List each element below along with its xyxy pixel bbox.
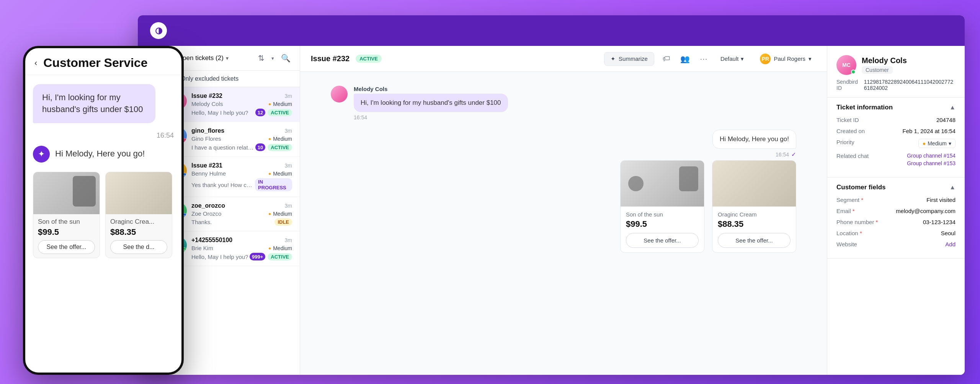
status-badge: IDLE <box>274 218 292 226</box>
message-time: 16:54 <box>33 132 174 140</box>
sort-button[interactable]: ⇅ <box>256 52 266 64</box>
chat-header-actions: ✦ Summarize 🏷 👥 ⋯ Default ▾ PR Paul <box>604 51 816 67</box>
assignment-dropdown[interactable]: Default ▾ <box>716 53 749 65</box>
related-chat-links: Group channel #154 Group channel #153 <box>907 153 956 166</box>
offer-button-1[interactable]: See the offer... <box>38 240 95 254</box>
customer-fields-title: Customer fields <box>836 184 885 191</box>
ticket-issue-id: +14255550100 <box>191 237 232 244</box>
ticket-preview: Hello, May I help you? <box>191 254 248 260</box>
product-price-2: $88.35 <box>110 227 167 237</box>
required-star: * <box>853 208 855 214</box>
email-label: Email * <box>836 208 882 214</box>
chat-product-name-1: Son of the sun <box>626 211 699 218</box>
filter-chevron-icon: ▾ <box>226 55 229 61</box>
sendbird-id-label: Sendbird ID <box>836 79 859 91</box>
message-sender: Melody Cols <box>354 86 796 92</box>
ticket-content: zoe_orozco 3m Zoe Orozco ● Medium Thanks… <box>191 202 292 226</box>
ticket-time: 3m <box>285 93 292 99</box>
ticket-info-title: Ticket information <box>836 104 893 111</box>
section-chevron-icon: ▲ <box>949 104 956 111</box>
customer-header: MC Melody Cols Customer Sendbird ID 1129… <box>827 46 965 98</box>
chat-product-cards: Son of the sun $99.5 See the offer... <box>620 160 796 253</box>
tag-button[interactable]: 🏷 <box>661 53 672 65</box>
chat-offer-button-1[interactable]: See the offer... <box>626 233 699 248</box>
user-name: Paul Rogers <box>774 55 805 62</box>
phone-header: ‹ Customer Service <box>25 48 181 75</box>
segment-label: Segment * <box>836 197 882 203</box>
ticket-issue-id: zoe_orozco <box>191 202 225 209</box>
priority-dropdown[interactable]: ● Medium ▾ <box>918 139 956 148</box>
ticket-id-value: 204748 <box>882 117 956 123</box>
customer-avatar: MC <box>836 55 856 75</box>
product-card-1: Son of the sun $99.5 See the offer... <box>33 172 100 258</box>
ticket-time: 3m <box>285 128 292 134</box>
ticket-customer-name: Benny Hulme <box>191 170 226 177</box>
related-chat-link-1[interactable]: Group channel #154 <box>907 153 956 159</box>
chat-product-info-1: Son of the sun $99.5 See the offer... <box>621 207 704 252</box>
priority-dot: ● <box>268 136 271 142</box>
product-name-1: Son of the sun <box>38 218 95 226</box>
back-arrow-icon[interactable]: ‹ <box>34 58 37 68</box>
phone-label: Phone number * <box>836 219 882 225</box>
more-options-button[interactable]: ⋯ <box>698 53 709 65</box>
app-window: ◑ ⊞ All open tickets (2) ▾ ⇅ ▾ 🔍 <box>138 15 965 375</box>
created-on-row: Created on Feb 1, 2024 at 16:54 <box>836 128 956 134</box>
priority-dot: ● <box>268 211 271 216</box>
only-excluded-label: Only excluded tickets <box>181 75 238 82</box>
message-avatar <box>331 86 348 103</box>
bot-message-time: 16:54 ✓ <box>776 151 796 158</box>
customer-fields-header[interactable]: Customer fields ▲ <box>836 184 956 191</box>
message-count-badge: 10 <box>255 143 265 151</box>
ticket-priority: ● Medium <box>268 101 292 107</box>
chat-product-price-1: $99.5 <box>626 219 699 229</box>
chat-issue-id: Issue #232 <box>311 54 350 63</box>
offer-button-2[interactable]: See the d... <box>110 240 167 254</box>
website-label: Website <box>836 241 882 247</box>
app-logo: ◑ <box>150 22 167 39</box>
summarize-button[interactable]: ✦ Summarize <box>604 52 654 66</box>
chat-product-card-1: Son of the sun $99.5 See the offer... <box>620 160 704 253</box>
info-panel: MC Melody Cols Customer Sendbird ID 1129… <box>827 46 965 375</box>
message-count-badge: 999+ <box>250 253 265 260</box>
priority-dot: ● <box>268 246 271 251</box>
location-row: Location * Seoul <box>836 230 956 236</box>
phone-mockup: ‹ Customer Service Hi, I'm looking for m… <box>23 46 184 375</box>
ticket-content: Issue #231 3m Benny Hulme ● Medium Yes t… <box>191 162 292 191</box>
ticket-issue-id: gino_flores <box>191 127 224 134</box>
bot-avatar: ✦ <box>33 146 50 163</box>
related-chat-label: Related chat <box>836 153 882 159</box>
customer-row: MC Melody Cols Customer <box>836 55 956 75</box>
chat-product-card-2: Oraginc Cream $88.35 See the offer... <box>712 160 796 253</box>
user-chevron-icon: ▾ <box>808 55 812 62</box>
customer-role-badge: Customer <box>862 66 893 74</box>
ticket-info-section-header[interactable]: Ticket information ▲ <box>836 104 956 111</box>
status-badge: IN PROGRESS <box>255 178 292 191</box>
product-card-2: Oraginc Crea... $88.35 See the d... <box>105 172 172 258</box>
website-add-link[interactable]: Add <box>945 241 956 247</box>
email-value: melody@company.com <box>882 208 956 214</box>
status-badge: ACTIVE <box>268 253 292 260</box>
assignment-chevron-icon: ▾ <box>741 55 744 62</box>
chat-offer-button-2[interactable]: See the offer... <box>718 233 791 248</box>
phone-chat-area: Hi, I'm looking for my husband's gifts u… <box>25 75 181 267</box>
chat-product-image-2 <box>712 161 796 207</box>
fields-chevron-icon: ▲ <box>949 184 956 191</box>
user-profile-button[interactable]: PR Paul Rogers ▾ <box>755 51 816 67</box>
sendbird-id-value: 11298178228924006411104200277261824002 <box>864 79 956 91</box>
message-content: Melody Cols Hi, I'm looking for my husba… <box>354 86 796 120</box>
priority-value: Medium <box>928 140 947 146</box>
app-body: ⊞ All open tickets (2) ▾ ⇅ ▾ 🔍 Only excl… <box>138 46 965 375</box>
team-button[interactable]: 👥 <box>679 53 691 65</box>
ticket-time: 3m <box>285 163 292 169</box>
read-check-icon: ✓ <box>791 151 796 158</box>
ticket-priority: ● Medium <box>268 171 292 177</box>
user-message: Melody Cols Hi, I'm looking for my husba… <box>331 86 796 120</box>
chat-messages: Melody Cols Hi, I'm looking for my husba… <box>300 72 827 375</box>
assignment-label: Default <box>720 55 739 62</box>
search-button[interactable]: 🔍 <box>279 52 292 64</box>
required-star: * <box>876 219 878 225</box>
chat-product-price-2: $88.35 <box>718 219 791 229</box>
priority-dot: ● <box>268 101 271 107</box>
related-chat-link-2[interactable]: Group channel #153 <box>907 160 956 166</box>
ticket-priority: ● Medium <box>268 136 292 142</box>
